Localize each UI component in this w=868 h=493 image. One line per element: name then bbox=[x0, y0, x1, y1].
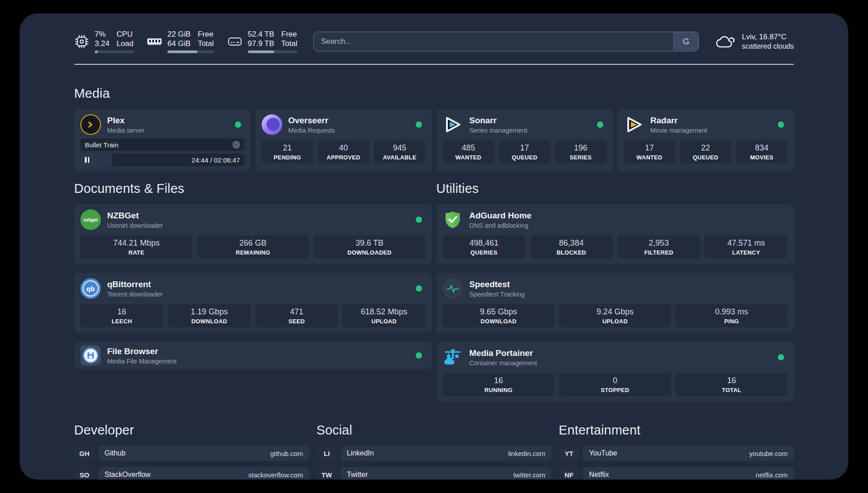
app-subtitle: Media File Management bbox=[107, 358, 177, 365]
bookmark-url: github.com bbox=[270, 450, 303, 457]
storage-labels: FreeTotal bbox=[281, 29, 297, 48]
storage-progress-bar bbox=[248, 50, 297, 53]
status-dot bbox=[597, 121, 603, 128]
stat-wanted: 485 WANTED bbox=[442, 140, 494, 163]
stat-queued: 22 QUEUED bbox=[680, 140, 731, 163]
bookmark-stackoverflow[interactable]: SO StackOverflow stackoverflow.com bbox=[74, 467, 309, 480]
now-playing-settings-icon[interactable] bbox=[232, 141, 240, 149]
stat-seed: 471 SEED bbox=[255, 304, 338, 327]
app-name: Plex bbox=[107, 116, 145, 125]
player-time: 24:44 / 02:06:47 bbox=[192, 156, 240, 164]
app-card-overseerr[interactable]: Overseerr Media Requests 21 PENDING 40 A… bbox=[255, 109, 432, 171]
stat-ping: 0.993 ms PING bbox=[676, 304, 788, 327]
bookmark-url: stackoverflow.com bbox=[248, 471, 303, 479]
cpu-icon bbox=[74, 34, 89, 49]
section-title-entertainment: Entertainment bbox=[559, 423, 794, 438]
bookmark-name: StackOverflow bbox=[104, 471, 150, 479]
now-playing-title: Bullet Train bbox=[85, 141, 118, 149]
adguard-icon bbox=[442, 209, 463, 230]
section-title-media: Media bbox=[74, 86, 794, 101]
app-card-sonarr[interactable]: Sonarr Series management 485 WANTED 17 Q… bbox=[436, 109, 613, 171]
filebrowser-icon bbox=[80, 345, 101, 366]
overseerr-icon bbox=[262, 114, 282, 135]
weather-location-temp: Lviv, 16.87°C bbox=[742, 32, 794, 42]
stat-queued: 17 QUEUED bbox=[499, 140, 551, 163]
cpu-values: 7%3.24 bbox=[95, 29, 109, 48]
app-card-nzbget[interactable]: nzbget NZBGet Usenet downloader 744.21 M… bbox=[74, 204, 432, 264]
section-title-social: Social bbox=[317, 423, 552, 438]
app-name: Media Portainer bbox=[469, 348, 537, 358]
bookmark-twitter[interactable]: TW Twitter twitter.com bbox=[317, 467, 552, 480]
cpu-labels: CPULoad bbox=[117, 29, 134, 48]
status-dot bbox=[416, 285, 422, 292]
bookmark-url: youtube.com bbox=[749, 450, 788, 457]
section-developer: Developer GH Github github.com SO StackO… bbox=[74, 423, 309, 480]
bookmark-name: Netflix bbox=[589, 471, 609, 479]
bookmarks-row: Developer GH Github github.com SO StackO… bbox=[74, 423, 794, 480]
app-name: Overseerr bbox=[288, 116, 335, 125]
portainer-icon bbox=[442, 347, 463, 368]
app-card-plex[interactable]: Plex Media server Bullet Train 24:44 / 0… bbox=[74, 109, 251, 171]
bookmark-youtube[interactable]: YT YouTube youtube.com bbox=[559, 446, 794, 461]
media-cards-row: Plex Media server Bullet Train 24:44 / 0… bbox=[74, 109, 794, 171]
bookmark-url: twitter.com bbox=[513, 471, 546, 479]
storage-widget: 52.4 TB97.9 TB FreeTotal bbox=[227, 29, 297, 53]
stat-blocked: 86,384 BLOCKED bbox=[530, 235, 613, 259]
cpu-widget: 7%3.24 CPULoad bbox=[74, 29, 134, 53]
app-name: Radarr bbox=[651, 116, 707, 125]
header-divider bbox=[74, 64, 794, 65]
stat-downloaded: 39.6 TB DOWNLOADED bbox=[313, 235, 426, 259]
status-dot bbox=[778, 121, 784, 128]
bookmark-linkedin[interactable]: LI LinkedIn linkedin.com bbox=[317, 446, 552, 461]
search-engine-button[interactable]: G bbox=[673, 32, 698, 50]
search-bar[interactable]: G bbox=[313, 32, 699, 51]
section-title-documents: Documents & Files bbox=[74, 181, 432, 196]
ram-icon bbox=[147, 36, 162, 47]
stat-wanted: 17 WANTED bbox=[624, 140, 676, 163]
stat-queries: 498,461 QUERIES bbox=[442, 235, 526, 259]
app-name: Sonarr bbox=[469, 116, 527, 125]
stat-leech: 16 LEECH bbox=[80, 304, 163, 327]
memory-widget: 22 GiB64 GiB FreeTotal bbox=[147, 29, 214, 53]
stat-upload: 9.24 Gbps UPLOAD bbox=[559, 304, 671, 327]
app-name: AdGuard Home bbox=[469, 211, 531, 221]
bookmark-url: linkedin.com bbox=[508, 450, 545, 457]
system-widgets: 7%3.24 CPULoad bbox=[74, 29, 297, 53]
bookmark-github[interactable]: GH Github github.com bbox=[74, 446, 309, 461]
app-subtitle: Torrent downloader bbox=[107, 291, 163, 298]
app-subtitle: Speedtest Tracking bbox=[469, 291, 525, 298]
pause-icon[interactable] bbox=[85, 157, 89, 163]
bookmark-abbr: NF bbox=[559, 467, 579, 480]
app-subtitle: Container management bbox=[469, 359, 537, 367]
qbittorrent-icon: qb bbox=[80, 278, 101, 299]
search-input[interactable] bbox=[313, 32, 699, 51]
sonarr-icon bbox=[442, 114, 463, 135]
section-utilities: Utilities bbox=[436, 181, 794, 401]
radarr-icon bbox=[624, 114, 644, 135]
app-card-radarr[interactable]: Radarr Movie management 17 WANTED 22 QUE… bbox=[618, 109, 794, 171]
app-subtitle: DNS and adblocking bbox=[469, 222, 531, 229]
app-card-qbittorrent[interactable]: qb qBittorrent Torrent downloader 16 bbox=[74, 273, 432, 333]
app-card-adguard[interactable]: AdGuard Home DNS and adblocking 498,461 … bbox=[436, 204, 794, 264]
player-progress-bar[interactable]: 24:44 / 02:06:47 bbox=[80, 154, 245, 166]
stat-pending: 21 PENDING bbox=[262, 140, 313, 163]
app-name: qBittorrent bbox=[107, 280, 163, 289]
status-dot bbox=[416, 121, 422, 128]
app-subtitle: Usenet downloader bbox=[107, 222, 163, 229]
bookmark-abbr: LI bbox=[317, 446, 337, 461]
stat-running: 16 RUNNING bbox=[442, 373, 555, 396]
memory-values: 22 GiB64 GiB bbox=[167, 29, 191, 48]
app-card-speedtest[interactable]: Speedtest Speedtest Tracking 9.65 Gbps D… bbox=[436, 273, 794, 333]
section-title-utilities: Utilities bbox=[436, 181, 794, 196]
weather-condition: scattered clouds bbox=[742, 42, 794, 51]
nzbget-icon: nzbget bbox=[80, 209, 101, 230]
bookmark-netflix[interactable]: NF Netflix netflix.com bbox=[559, 467, 794, 480]
bookmark-url: netflix.com bbox=[755, 471, 788, 479]
section-documents: Documents & Files nzbget NZBGet Usenet d… bbox=[74, 181, 432, 401]
app-card-portainer[interactable]: Media Portainer Container management 16 … bbox=[436, 342, 794, 401]
cloud-icon bbox=[715, 34, 735, 49]
memory-progress-bar bbox=[167, 50, 214, 53]
app-card-filebrowser[interactable]: File Browser Media File Management bbox=[74, 342, 432, 369]
status-dot bbox=[416, 352, 422, 359]
now-playing-row: Bullet Train bbox=[80, 138, 245, 151]
